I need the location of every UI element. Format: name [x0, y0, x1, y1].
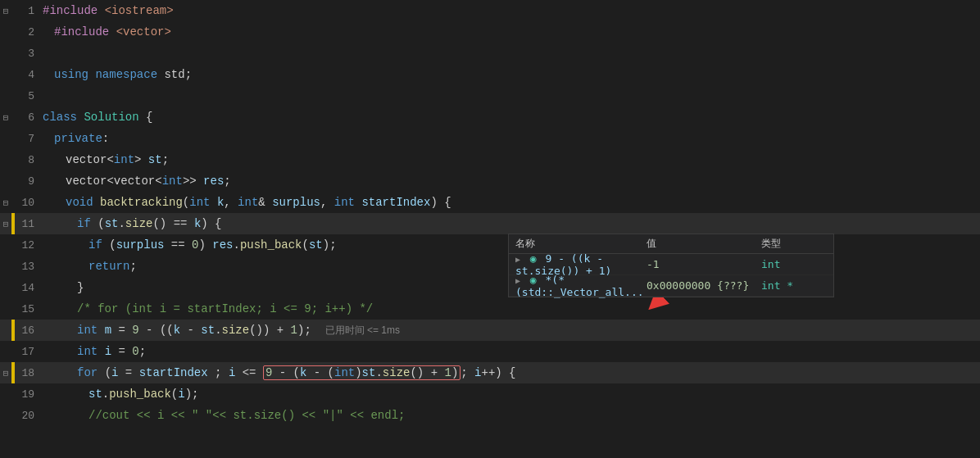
line-2: 2 #include <vector>: [0, 21, 980, 43]
line-num-2: 2: [15, 26, 39, 39]
line-19: 19 st.push_back(i);: [0, 383, 980, 405]
line-8: 8 vector<int> st;: [0, 149, 980, 170]
debug-tooltip: 名称 值 类型 ▶ ◉ 9 - ((k - st.size()) + 1) -1…: [508, 234, 834, 297]
debug-row-1[interactable]: ▶ ◉ 9 - ((k - st.size()) + 1) -1 int: [509, 254, 833, 275]
line-9: 9 vector<vector<int>> res;: [0, 170, 980, 192]
code-area: ⊟ 1 #include <iostream> 2 #include <vect…: [0, 0, 980, 458]
line-content-6[interactable]: class Solution {: [39, 107, 980, 128]
debug-icon-1: ◉: [530, 252, 537, 265]
collapse-10[interactable]: ⊟: [0, 197, 11, 208]
line-4: 4 using namespace std;: [0, 64, 980, 85]
line-num-11: 11: [15, 218, 39, 230]
line-num-4: 4: [15, 69, 39, 81]
line-num-15: 15: [15, 303, 39, 315]
line-num-9: 9: [15, 175, 39, 188]
debug-row-1-val: -1: [647, 258, 761, 270]
line-7: 7 private:: [0, 128, 980, 149]
line-num-12: 12: [15, 239, 39, 252]
line-num-1: 1: [15, 5, 39, 17]
line-11: ⊟ 11 if (st.size() == k) {: [0, 213, 980, 234]
line-content-20[interactable]: //cout << i << " "<< st.size() << "|" <<…: [39, 405, 980, 426]
line-num-8: 8: [15, 154, 39, 166]
line-18: ⊟ 18 for (i = startIndex ; i <= 9 - (k -…: [0, 362, 980, 383]
debug-expand-2[interactable]: ▶: [515, 276, 520, 285]
debug-col-name-header: 名称: [515, 237, 647, 251]
line-content-15[interactable]: /* for (int i = startIndex; i <= 9; i++)…: [39, 298, 980, 320]
line-num-19: 19: [15, 388, 39, 401]
line-content-19[interactable]: st.push_back(i);: [39, 383, 980, 405]
line-content-18[interactable]: for (i = startIndex ; i <= 9 - (k - (int…: [39, 362, 980, 383]
line-content-16[interactable]: int m = 9 - ((k - st.size()) + 1); 已用时间 …: [39, 320, 980, 341]
line-6: ⊟ 6 class Solution {: [0, 107, 980, 128]
line-content-11[interactable]: if (st.size() == k) {: [39, 213, 980, 234]
debug-expand-1[interactable]: ▶: [515, 255, 520, 264]
line-5: 5: [0, 85, 980, 107]
line-content-17[interactable]: int i = 0;: [39, 341, 980, 362]
line-content-7[interactable]: private:: [39, 128, 980, 149]
debug-col-val-header: 值: [647, 237, 761, 251]
line-16: 16 int m = 9 - ((k - st.size()) + 1); 已用…: [0, 320, 980, 341]
debug-row-2-type: int *: [761, 279, 827, 292]
debug-tooltip-header: 名称 值 类型: [509, 234, 833, 254]
line-num-16: 16: [15, 324, 39, 337]
collapse-1[interactable]: ⊟: [0, 6, 11, 16]
editor-container: ⊟ 1 #include <iostream> 2 #include <vect…: [0, 0, 980, 458]
line-content-8[interactable]: vector<int> st;: [39, 149, 980, 170]
debug-row-1-type: int: [761, 258, 827, 270]
debug-row-2[interactable]: ▶ ◉ *(*(std::_Vector_all... 0x00000000 {…: [509, 275, 833, 297]
line-content-2[interactable]: #include <vector>: [39, 21, 980, 43]
line-num-10: 10: [15, 197, 39, 209]
line-num-17: 17: [15, 346, 39, 358]
line-15: 15 /* for (int i = startIndex; i <= 9; i…: [0, 298, 980, 320]
time-badge: 已用时间 <= 1ms: [325, 324, 400, 336]
debug-col-type-header: 类型: [761, 237, 827, 251]
debug-icon-2: ◉: [530, 274, 537, 286]
line-17: 17 int i = 0;: [0, 341, 980, 362]
line-content-4[interactable]: using namespace std;: [39, 64, 980, 85]
line-num-20: 20: [15, 410, 39, 422]
line-num-13: 13: [15, 261, 39, 273]
line-num-7: 7: [15, 133, 39, 145]
line-content-10[interactable]: void backtracking(int k, int& surplus, i…: [39, 192, 980, 213]
collapse-11[interactable]: ⊟: [0, 219, 11, 229]
line-10: ⊟ 10 void backtracking(int k, int& surpl…: [0, 192, 980, 213]
debug-row-2-val: 0x00000000 {???}: [647, 279, 761, 292]
line-content-1[interactable]: #include <iostream>: [39, 0, 980, 21]
debug-row-2-name: ▶ ◉ *(*(std::_Vector_all...: [515, 274, 647, 298]
line-1: ⊟ 1 #include <iostream>: [0, 0, 980, 21]
line-num-6: 6: [15, 111, 39, 124]
collapse-18[interactable]: ⊟: [0, 368, 11, 379]
line-content-9[interactable]: vector<vector<int>> res;: [39, 170, 980, 192]
line-3: 3: [0, 43, 980, 64]
line-num-3: 3: [15, 48, 39, 60]
line-20: 20 //cout << i << " "<< st.size() << "|"…: [0, 405, 980, 426]
line-num-18: 18: [15, 367, 39, 379]
line-num-14: 14: [15, 282, 39, 294]
collapse-6[interactable]: ⊟: [0, 112, 11, 123]
line-num-5: 5: [15, 90, 39, 102]
